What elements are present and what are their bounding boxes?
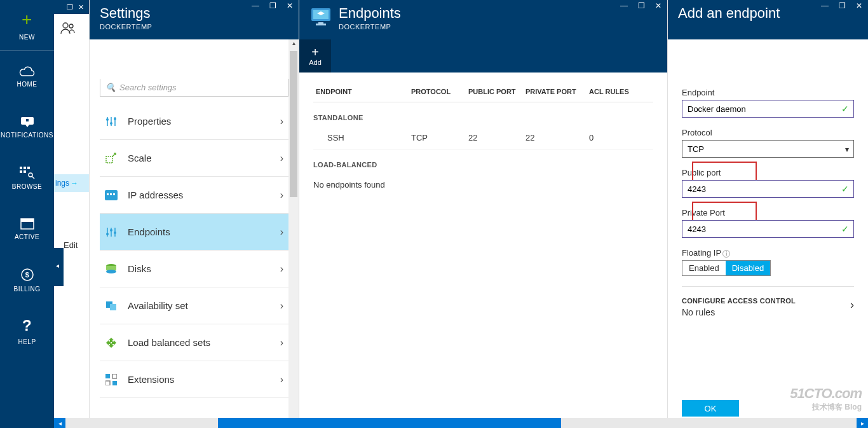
private-port-input[interactable]: [682, 220, 854, 238]
configure-access-control[interactable]: CONFIGURE ACCESS CONTROL No rules ›: [682, 286, 854, 322]
svg-point-13: [69, 24, 73, 28]
svg-rect-20: [110, 193, 112, 195]
settings-item-label: Scale: [128, 153, 152, 163]
col-public-port: PUBLIC PORT: [466, 81, 523, 102]
settings-scrollbar[interactable]: ▴ ▾: [288, 39, 299, 428]
restore-icon[interactable]: ❐: [837, 1, 848, 10]
endpoint-input[interactable]: [682, 100, 854, 118]
nav-active[interactable]: ACTIVE: [0, 204, 54, 254]
settings-item-disks[interactable]: Disks ›: [100, 251, 288, 287]
endpoints-blade: Endpoints DOCKERTEMP — ❐ ✕ + Add ENDPOIN…: [299, 0, 667, 428]
settings-item-properties[interactable]: Properties ›: [100, 103, 288, 140]
add-label: Add: [309, 59, 322, 66]
scroll-track[interactable]: [65, 418, 857, 428]
svg-point-14: [106, 118, 109, 121]
endpoints-subtitle: DOCKERTEMP: [339, 23, 401, 31]
users-icon[interactable]: [60, 22, 89, 34]
scroll-right-icon[interactable]: ▸: [857, 418, 868, 428]
svg-point-26: [106, 270, 116, 273]
svg-rect-40: [318, 22, 323, 24]
endpoints-title: Endpoints: [339, 5, 401, 22]
svg-marker-30: [106, 340, 111, 345]
nav-help[interactable]: ? HELP: [0, 305, 54, 356]
svg-marker-31: [112, 340, 116, 345]
column-resize-handle[interactable]: [54, 248, 64, 286]
svg-point-12: [63, 23, 68, 28]
extensions-icon: [104, 372, 119, 387]
horizontal-scrollbar[interactable]: ◂ ▸: [54, 418, 868, 428]
chevron-right-icon: ›: [280, 153, 283, 164]
floating-ip-toggle: Enabled Disabled: [682, 260, 771, 276]
endpoints-empty: No endpoints found: [313, 174, 653, 196]
nav-home-label: HOME: [17, 81, 37, 88]
endpoint-row-ssh[interactable]: SSH TCP 22 22 0: [313, 127, 653, 149]
restore-icon[interactable]: ❐: [67, 3, 73, 11]
minimize-icon[interactable]: —: [250, 1, 261, 10]
minimize-icon[interactable]: —: [819, 1, 831, 10]
close-icon[interactable]: ✕: [285, 1, 295, 10]
settings-link[interactable]: ings →: [54, 174, 89, 192]
chevron-right-icon: ›: [280, 374, 283, 385]
svg-rect-28: [110, 304, 116, 310]
svg-point-23: [110, 229, 112, 231]
close-icon[interactable]: ✕: [78, 3, 84, 11]
ok-button[interactable]: OK: [682, 400, 739, 417]
settings-item-label: Availability set: [128, 300, 188, 311]
svg-point-16: [114, 118, 116, 120]
nav-notifications-label: NOTIFICATIONS: [1, 132, 53, 139]
chevron-right-icon: ›: [850, 298, 854, 312]
svg-rect-6: [24, 170, 26, 173]
search-icon: 🔍: [105, 83, 116, 92]
protocol-select[interactable]: [682, 140, 854, 158]
settings-item-scale[interactable]: Scale ›: [100, 140, 288, 177]
close-icon[interactable]: ✕: [653, 1, 663, 10]
restore-icon[interactable]: ❐: [636, 1, 647, 10]
scroll-up-icon[interactable]: ▴: [288, 39, 299, 50]
scroll-left-icon[interactable]: ◂: [54, 418, 65, 428]
add-endpoint-blade: Add an endpoint — ❐ ✕ Endpoint ✓ Protoco…: [667, 0, 868, 428]
endpoint-label: Endpoint: [682, 88, 854, 97]
chevron-right-icon: ›: [280, 337, 283, 349]
restore-icon[interactable]: ❐: [268, 1, 278, 10]
nav-billing[interactable]: $ BILLING: [0, 254, 54, 305]
public-port-input[interactable]: [682, 180, 854, 198]
nav-home[interactable]: HOME: [0, 51, 54, 102]
add-endpoint-button[interactable]: + Add: [299, 39, 331, 72]
public-port-label: Public port: [682, 168, 854, 177]
plus-icon: +: [22, 10, 32, 30]
svg-marker-29: [109, 338, 114, 342]
vm-icon: [309, 5, 332, 28]
svg-rect-33: [105, 374, 110, 378]
info-icon[interactable]: i: [722, 250, 730, 258]
settings-item-ip-addresses[interactable]: IP addresses ›: [100, 177, 288, 214]
scroll-thumb[interactable]: [290, 51, 297, 197]
global-sidebar: + NEW HOME NOTIFICATIONS BROWSE ACTIVE: [0, 0, 54, 428]
svg-rect-5: [20, 170, 22, 173]
nav-notifications[interactable]: NOTIFICATIONS: [0, 102, 54, 153]
settings-item-load-balanced-sets[interactable]: Load balanced sets ›: [100, 324, 288, 361]
col-protocol: PROTOCOL: [409, 81, 466, 102]
svg-point-15: [110, 122, 112, 125]
toggle-enabled[interactable]: Enabled: [682, 261, 726, 275]
disks-icon: [104, 261, 119, 277]
nav-new[interactable]: + NEW: [0, 0, 54, 51]
field-protocol: Protocol ▾: [682, 128, 854, 158]
search-settings-input[interactable]: 🔍 Search settings: [100, 79, 288, 97]
nav-browse-label: BROWSE: [12, 183, 42, 190]
svg-rect-19: [107, 193, 109, 195]
nav-new-label: NEW: [19, 34, 35, 41]
minimize-icon[interactable]: —: [618, 1, 630, 10]
settings-item-availability-set[interactable]: Availability set ›: [100, 287, 288, 324]
section-standalone: STANDALONE: [313, 102, 653, 127]
settings-title: Settings: [100, 5, 152, 22]
settings-item-label: Disks: [128, 263, 151, 274]
endpoints-table: ENDPOINT PROTOCOL PUBLIC PORT PRIVATE PO…: [313, 81, 653, 102]
svg-point-24: [114, 231, 116, 234]
nav-browse[interactable]: BROWSE: [0, 153, 54, 204]
close-icon[interactable]: ✕: [854, 1, 864, 10]
scroll-thumb[interactable]: [218, 418, 561, 428]
window-icon: [20, 218, 34, 230]
toggle-disabled[interactable]: Disabled: [726, 261, 771, 275]
settings-item-extensions[interactable]: Extensions ›: [100, 361, 288, 398]
settings-item-endpoints[interactable]: Endpoints ›: [100, 214, 288, 251]
